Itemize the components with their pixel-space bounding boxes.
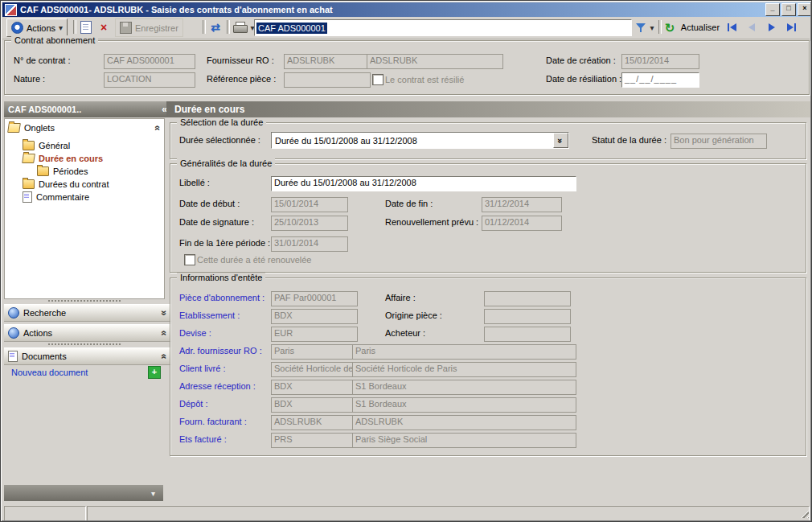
reference-field — [284, 72, 371, 88]
sidebar-bottom-bar[interactable]: ▾ — [4, 485, 163, 501]
toolbar-separator — [203, 20, 206, 34]
nav-last-button[interactable] — [783, 19, 801, 35]
info-code-field: Société Horticole de — [271, 362, 358, 377]
info-label[interactable]: Dépôt : — [179, 399, 207, 409]
renewal-field: 01/12/2014 — [482, 216, 562, 231]
chevron-down-icon[interactable]: ▾ — [151, 489, 155, 498]
nature-field: LOCATION — [104, 72, 195, 88]
info-desc-field: Paris Siège Social — [352, 433, 576, 448]
chevron-up-icon[interactable]: « — [159, 354, 170, 360]
nav-next-button[interactable] — [763, 19, 781, 35]
record-key-value: CAF ADS000001 — [256, 23, 327, 34]
selection-groupbox: Sélection de la durée Durée sélectionnée… — [170, 122, 806, 159]
new-document-link[interactable]: Nouveau document — [11, 368, 88, 377]
terminated-checkbox[interactable] — [372, 74, 383, 85]
resiliation-date-field[interactable]: __/__/____ — [621, 72, 699, 88]
printer-icon — [233, 22, 248, 33]
info-label[interactable]: Devise : — [179, 328, 211, 339]
nav-first-button[interactable] — [723, 19, 740, 35]
duration-combobox[interactable]: Durée du 15/01/2008 au 31/12/2008 » — [271, 132, 569, 149]
close-button[interactable]: × — [798, 3, 812, 16]
sidebar: CAF ADS000001.. « Onglets « Général Duré… — [4, 101, 163, 502]
minimize-button[interactable]: _ — [765, 3, 780, 16]
libelle-field[interactable]: Durée du 15/01/2008 au 31/12/2008 — [271, 176, 576, 191]
note-icon — [23, 191, 32, 203]
duration-combobox-value: Durée du 15/01/2008 au 31/12/2008 — [272, 136, 553, 146]
info-label[interactable]: Ets facturé : — [179, 434, 227, 445]
filter-dropdown-button[interactable]: ▾ — [648, 19, 656, 35]
tree-item-durees-du-contrat[interactable]: Durées du contrat — [23, 178, 109, 190]
end-date-field: 31/12/2014 — [482, 197, 562, 212]
duration-status-label: Statut de la durée : — [592, 135, 666, 146]
combo-expand-button[interactable]: » — [553, 133, 568, 148]
contract-groupbox-legend: Contrat abonnement — [11, 35, 98, 46]
nav-previous-icon — [748, 23, 755, 31]
duration-select-label: Durée sélectionnée : — [179, 135, 260, 146]
info-label[interactable]: Fourn. facturant : — [179, 417, 247, 427]
supplier-label: Fournisseur RO : — [207, 55, 274, 66]
delete-icon: × — [100, 22, 107, 33]
add-document-icon[interactable]: + — [148, 366, 161, 379]
nature-label: Nature : — [14, 74, 45, 84]
info-label[interactable]: Pièce d'abonnement : — [179, 293, 265, 303]
chevron-down-icon: ▾ — [650, 23, 654, 32]
libelle-label: Libellé : — [179, 178, 210, 188]
info-label[interactable]: Adresse réception : — [179, 381, 256, 392]
renewed-checkbox[interactable] — [184, 254, 195, 265]
tree-item-commentaire[interactable]: Commentaire — [23, 191, 89, 203]
refresh-button-label-zone[interactable]: Actualiser — [676, 19, 724, 35]
info-desc-field: ADSLRUBK — [352, 415, 576, 430]
chevron-up-icon[interactable]: « — [153, 125, 164, 130]
info-label[interactable]: Client livré : — [179, 364, 225, 374]
tree-item-label: Durée en cours — [39, 154, 103, 163]
info-right-label: Origine pièce : — [385, 310, 442, 321]
tree-item-label: Général — [39, 141, 70, 150]
save-button[interactable]: Enregistrer — [115, 18, 183, 37]
filter-button[interactable] — [634, 19, 647, 35]
info-label[interactable]: Adr. fournisseur RO : — [179, 346, 262, 356]
nav-previous-button[interactable] — [743, 19, 761, 35]
general-groupbox-legend: Généralités de la durée — [177, 158, 275, 169]
print-button[interactable] — [232, 19, 249, 35]
folder-open-icon — [22, 154, 35, 163]
title-bar[interactable]: CAF ADS000001- ADSLRUBK - Saisie des con… — [2, 2, 812, 17]
refresh-button-label: Actualiser — [681, 23, 720, 32]
delete-record-button[interactable]: × — [96, 19, 112, 35]
refresh-icon: ↻ — [665, 22, 675, 34]
info-code-field: PRS — [271, 433, 358, 448]
end-date-label: Date de fin : — [385, 199, 433, 209]
nav-first-icon — [730, 23, 736, 31]
info-code-field: Paris — [271, 344, 358, 360]
created-date-field: 15/01/2014 — [621, 54, 699, 69]
general-groupbox: Généralités de la durée Libellé : Durée … — [170, 163, 806, 273]
tree-root-onglets[interactable]: Onglets « — [6, 121, 162, 134]
sidebar-section-actions[interactable]: Actions « — [4, 324, 171, 342]
tree-item-label: Périodes — [53, 166, 88, 176]
refresh-button[interactable]: ↻ — [663, 19, 676, 35]
folder-icon — [37, 166, 49, 176]
chevron-up-icon[interactable]: « — [159, 331, 170, 336]
tree-item-periodes[interactable]: Périodes — [37, 165, 88, 177]
resiliation-date-label: Date de résiliation : — [546, 74, 621, 84]
selection-groupbox-legend: Sélection de la durée — [177, 117, 266, 128]
new-record-button[interactable] — [78, 19, 94, 35]
tree-item-duree-en-cours[interactable]: Durée en cours — [23, 152, 103, 164]
terminated-checkbox-label: Le contrat est résilié — [385, 75, 464, 85]
tree-item-general[interactable]: Général — [23, 139, 70, 151]
status-bar — [0, 504, 812, 522]
supplier-name-field: ADSLRUBK — [367, 54, 503, 69]
sync-button[interactable]: ⇄ — [207, 19, 224, 35]
sidebar-section-documents[interactable]: Documents « — [4, 347, 171, 365]
info-label[interactable]: Etablissement : — [179, 310, 240, 321]
actions-button[interactable]: Actions ▾ — [6, 18, 68, 37]
chevron-down-icon[interactable]: » — [159, 310, 170, 316]
header-info-groupbox-legend: Informations d'entête — [177, 273, 265, 283]
toolbar-separator — [227, 20, 230, 34]
actions-button-label: Actions — [27, 23, 55, 33]
panel-title-text: Durée en cours — [174, 104, 244, 115]
maximize-button[interactable]: □ — [781, 3, 796, 16]
sidebar-section-recherche[interactable]: Recherche » — [4, 304, 171, 322]
onglets-label: Onglets — [24, 123, 55, 133]
sidebar-header[interactable]: CAF ADS000001.. « — [4, 101, 171, 117]
record-key-input[interactable]: CAF ADS000001 — [254, 19, 632, 36]
